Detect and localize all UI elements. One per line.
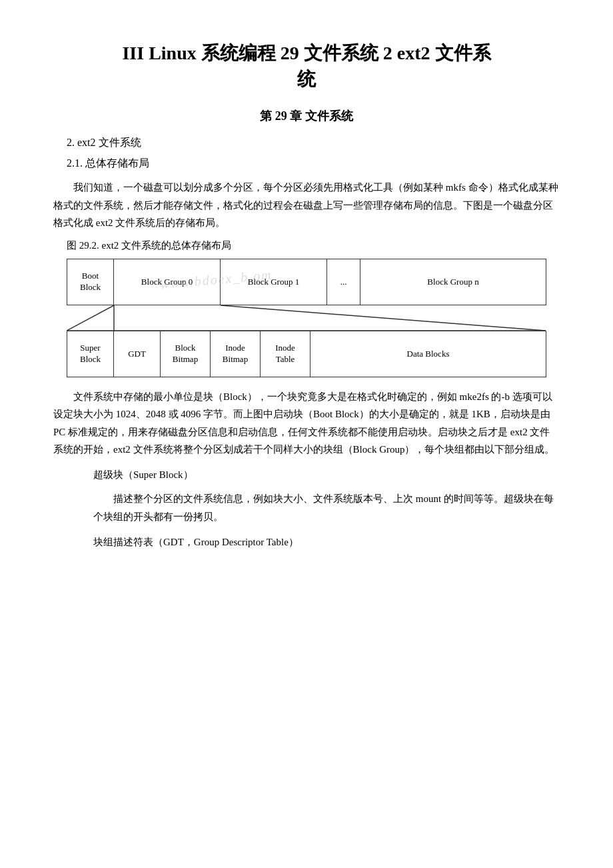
svg-line-2 [221,305,546,331]
svg-line-1 [67,305,114,331]
cell-block-bitmap: BlockBitmap [161,331,211,377]
diagram-arrows [67,305,546,331]
item-super-block: 超级块（Super Block） [93,466,560,483]
main-title: III Linux 系统编程 29 文件系统 2 ext2 文件系 统 [53,40,560,92]
chapter-title: 第 29 章 文件系统 [53,108,560,124]
section-2-1-title: 2.1. 总体存储布局 [67,157,560,171]
cell-boot-block: BootBlock [67,259,114,305]
paragraph-1: 我们知道，一个磁盘可以划分成多个分区，每个分区必须先用格式化工具（例如某种 mk… [53,179,560,231]
section-2-title: 2. ext2 文件系统 [67,136,560,150]
cell-block-group-n: Block Group n [360,259,546,305]
item-gdt: 块组描述符表（GDT，Group Descriptor Table） [93,533,560,551]
cell-inode-bitmap: InodeBitmap [211,331,261,377]
diagram-bottom-row: SuperBlock GDT BlockBitmap InodeBitmap I… [67,331,546,377]
cell-super-block: SuperBlock [67,331,114,377]
diagram-container: BootBlock Block Group 0 Block Group 1 ..… [67,259,546,377]
paragraph-2: 文件系统中存储的最小单位是块（Block），一个块究竟多大是在格式化时确定的，例… [53,388,560,458]
cell-gdt: GDT [114,331,161,377]
para-super-block: 描述整个分区的文件系统信息，例如块大小、文件系统版本号、上次 mount 的时间… [93,490,560,525]
cell-inode-table: InodeTable [261,331,310,377]
cell-dots: ... [327,259,360,305]
cell-data-blocks: Data Blocks [310,331,546,377]
diagram-top-row: BootBlock Block Group 0 Block Group 1 ..… [67,259,546,305]
figure-caption: 图 29.2. ext2 文件系统的总体存储布局 [67,239,560,252]
arrow-svg [67,305,546,331]
